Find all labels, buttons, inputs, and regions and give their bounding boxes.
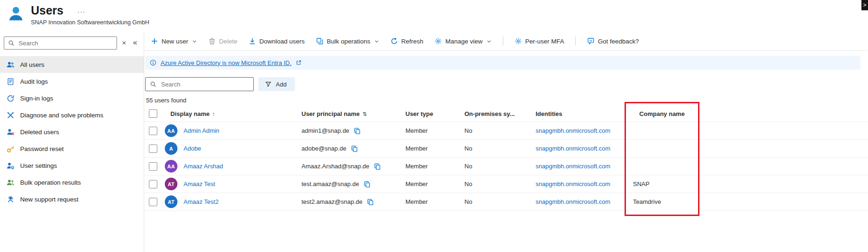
identities-link[interactable]: snapgmbh.onmicrosoft.com <box>536 163 611 170</box>
sidebar-search-box[interactable] <box>4 36 117 50</box>
toolbar-item-label: Delete <box>219 38 237 45</box>
display-name-link[interactable]: Amaaz Test <box>184 180 215 187</box>
sidebar-item-audit-logs[interactable]: Audit logs <box>0 73 144 90</box>
on-premises-cell: No <box>459 127 530 134</box>
sidebar-item-user-settings[interactable]: User settings <box>0 157 144 174</box>
column-label: User principal name <box>302 110 360 117</box>
sidebar-item-new-support-request[interactable]: New support request <box>0 191 144 208</box>
sidebar-search-input[interactable] <box>18 39 113 47</box>
page-header: Users ··· SNAP Innovation Softwareentwic… <box>0 0 868 32</box>
toolbar-new-user-button[interactable]: New user <box>151 37 197 45</box>
table-row[interactable]: A Adobe adobe@snap.de Member No snapgmbh… <box>144 139 868 157</box>
identities-link[interactable]: snapgmbh.onmicrosoft.com <box>536 127 611 134</box>
diagnose-icon <box>7 111 15 119</box>
identities-link[interactable]: snapgmbh.onmicrosoft.com <box>536 180 611 187</box>
sidebar-item-label: Audit logs <box>20 78 48 85</box>
column-header-user-principal-name[interactable]: User principal name⇅ <box>296 110 400 117</box>
row-checkbox[interactable] <box>149 198 157 206</box>
sidebar-item-deleted-users[interactable]: Deleted users <box>0 123 144 140</box>
user-search-box[interactable] <box>145 77 254 91</box>
copy-icon[interactable] <box>367 198 374 206</box>
sidebar-item-bulk-operation-results[interactable]: Bulk operation results <box>0 174 144 191</box>
bulk-people-icon <box>7 179 15 187</box>
user-search-input[interactable] <box>160 80 249 88</box>
filter-icon <box>265 81 272 87</box>
copy-icon[interactable] <box>363 180 371 188</box>
sidebar-item-label: Diagnose and solve problems <box>20 112 103 119</box>
select-all-checkbox[interactable] <box>149 109 157 118</box>
toolbar-got-feedback-button[interactable]: Got feedback? <box>587 37 639 45</box>
identities-link[interactable]: snapgmbh.onmicrosoft.com <box>536 198 611 205</box>
copy-icon[interactable] <box>353 127 361 135</box>
support-icon <box>7 195 15 203</box>
avatar: AA <box>165 160 177 173</box>
table-row[interactable]: AT Amaaz Test2 test2.amaaz@snap.de Membe… <box>144 193 868 210</box>
table-body: AA Admin Admin admin1@snap.de Member No … <box>144 122 868 212</box>
sidebar-item-label: New support request <box>20 196 79 203</box>
external-link-icon <box>296 60 302 65</box>
table-row[interactable] <box>144 210 868 212</box>
column-header-identities[interactable]: Identities <box>530 110 626 117</box>
user-type-cell: Member <box>400 163 459 170</box>
refresh-icon <box>390 37 398 45</box>
toolbar-manage-view-button[interactable]: Manage view <box>434 37 492 45</box>
company-name-cell: Teamdrive <box>626 198 698 205</box>
more-menu-icon[interactable]: ··· <box>78 8 86 15</box>
toolbar-refresh-button[interactable]: Refresh <box>390 37 423 45</box>
display-name-link[interactable]: Admin Admin <box>184 127 220 134</box>
sidebar-item-password-reset[interactable]: Password reset <box>0 140 144 157</box>
sidebar-item-label: Deleted users <box>20 129 59 136</box>
avatar: AT <box>165 178 177 190</box>
display-name-link[interactable]: Amaaz Arshad <box>184 163 223 170</box>
sidebar-nav: All users Audit logs Sign-in logs Diagno… <box>0 56 144 208</box>
collapse-sidebar-icon[interactable]: « <box>131 38 140 48</box>
add-filter-button[interactable]: Add <box>258 77 295 91</box>
feedback-icon <box>587 37 595 45</box>
toolbar-delete-button[interactable]: Delete <box>208 37 237 45</box>
trash-icon <box>208 37 216 45</box>
toolbar-bulk-operations-button[interactable]: Bulk operations <box>316 37 379 45</box>
toolbar-item-label: Bulk operations <box>327 38 370 45</box>
user-type-cell: Member <box>400 145 459 152</box>
identities-link[interactable]: snapgmbh.onmicrosoft.com <box>536 145 611 152</box>
row-checkbox[interactable] <box>149 162 157 171</box>
row-checkbox[interactable] <box>149 144 157 153</box>
row-checkbox[interactable] <box>149 180 157 188</box>
signin-log-icon <box>7 94 15 102</box>
chevron-down-icon <box>192 39 197 44</box>
sidebar-item-sign-in-logs[interactable]: Sign-in logs <box>0 90 144 107</box>
upn-text: test2.amaaz@snap.de <box>302 198 362 205</box>
filter-row: Add <box>145 77 868 91</box>
toolbar-download-users-button[interactable]: Download users <box>249 37 305 45</box>
toolbar-item-label: Got feedback? <box>598 38 639 45</box>
row-checkbox[interactable] <box>149 127 157 135</box>
copy-icon[interactable] <box>374 163 381 170</box>
page-title: Users <box>31 4 64 17</box>
sidebar-item-all-users[interactable]: All users <box>0 56 144 73</box>
entra-id-link[interactable]: Azure Active Directory is now Microsoft … <box>161 59 292 66</box>
sidebar-item-label: Password reset <box>20 145 64 152</box>
table-row[interactable]: AT Amaaz Test test.amaaz@snap.de Member … <box>144 175 868 193</box>
display-name-link[interactable]: Adobe <box>184 145 201 152</box>
column-header-user-type[interactable]: User type <box>400 110 459 117</box>
column-header-company-name[interactable]: Company name <box>626 110 698 117</box>
scroll-right-chevron[interactable]: > <box>861 0 868 10</box>
column-header-on-premises[interactable]: On-premises sy... <box>459 110 530 117</box>
copy-icon[interactable] <box>351 145 358 152</box>
sidebar-item-label: Bulk operation results <box>20 179 81 186</box>
info-banner: Azure Active Directory is now Microsoft … <box>145 56 861 70</box>
table-row[interactable]: AA Admin Admin admin1@snap.de Member No … <box>144 122 868 139</box>
page-subtitle: SNAP Innovation Softwareentwicklung GmbH <box>31 19 149 26</box>
sidebar-item-label: All users <box>20 61 44 68</box>
toolbar-item-label: Manage view <box>445 38 483 45</box>
display-name-link[interactable]: Amaaz Test2 <box>184 198 219 205</box>
table-row[interactable]: AA Amaaz Arshad Amaaz.Arshad@snap.de Mem… <box>144 157 868 175</box>
column-header-display-name[interactable]: Display name↑ <box>165 110 296 117</box>
toolbar-item-label: New user <box>162 38 188 45</box>
sidebar-item-diagnose-and-solve-problems[interactable]: Diagnose and solve problems <box>0 107 144 123</box>
toolbar-per-user-mfa-button[interactable]: Per-user MFA <box>515 37 564 45</box>
gear-icon <box>515 37 522 45</box>
header-checkbox-cell <box>144 109 165 118</box>
upn-text: Amaaz.Arshad@snap.de <box>302 163 369 170</box>
clear-search-icon[interactable]: ✕ <box>121 39 127 47</box>
